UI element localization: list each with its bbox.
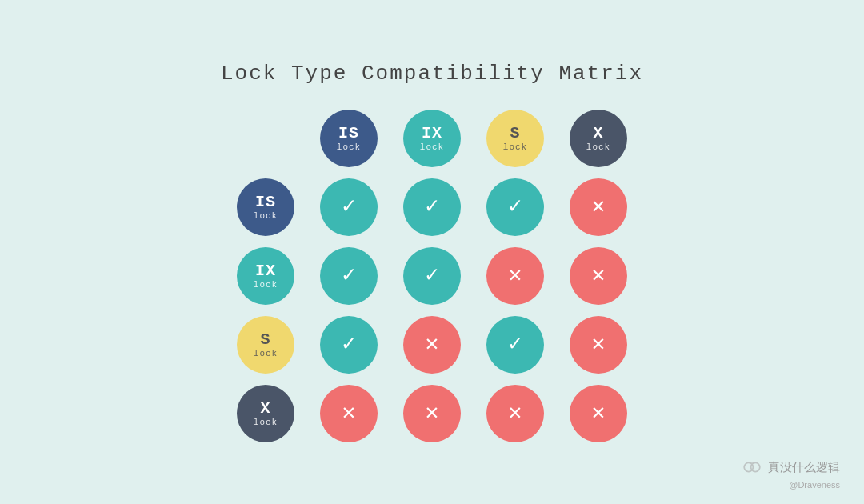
watermark-handle: @Draveness <box>789 480 840 490</box>
page-title: Lock Type Compatibility Matrix <box>221 62 643 86</box>
main-container: Lock Type Compatibility Matrix ISlockIXl… <box>221 62 643 442</box>
watermark: 真没什么逻辑 @Draveness <box>741 456 840 490</box>
svg-point-1 <box>751 462 760 471</box>
watermark-icon <box>741 456 763 478</box>
watermark-chinese: 真没什么逻辑 <box>768 460 840 475</box>
watermark-logo: 真没什么逻辑 <box>741 456 840 478</box>
compatibility-matrix: ISlockIXlockSlockXlockISlock✓✓✓✕IXlock✓✓… <box>230 110 634 442</box>
